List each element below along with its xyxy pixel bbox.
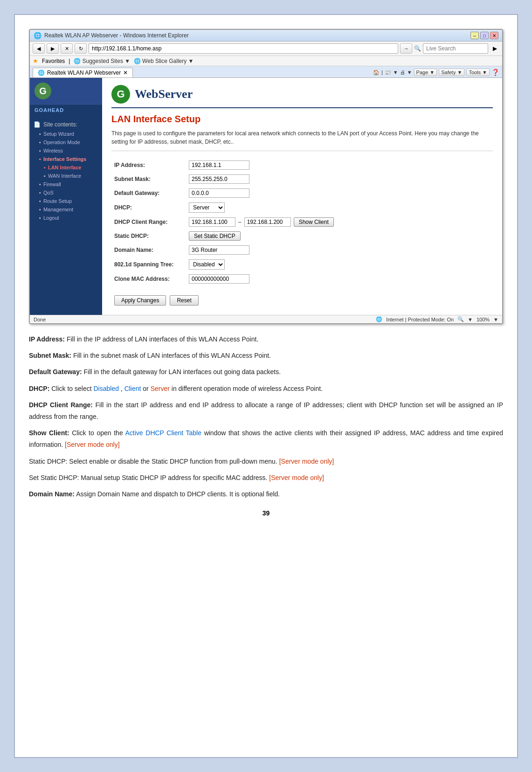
static-dhcp-row: Static DHCP: Set Static DHCP <box>111 229 493 243</box>
sidebar-item-route-setup[interactable]: ▪ Route Setup <box>30 197 102 205</box>
feed-icon[interactable]: 📰 <box>385 70 391 76</box>
management-label: Management <box>43 207 73 212</box>
action-buttons: Apply Changes Reset <box>111 293 493 308</box>
minimize-button[interactable]: – <box>470 32 479 39</box>
subnet-mask-desc-text: Fill in the subnet mask of LAN interface… <box>73 352 271 359</box>
toolbar-divider: | <box>381 70 383 75</box>
dhcp-range-end-input[interactable] <box>244 217 291 227</box>
qos-icon: ▪ <box>39 190 41 195</box>
default-gateway-input[interactable] <box>189 188 249 198</box>
domain-name-label: Domain Name: <box>111 243 186 257</box>
sidebar-item-management[interactable]: ▪ Management <box>30 205 102 214</box>
tools-menu-label: Tools ▼ <box>469 70 487 75</box>
safety-menu-button[interactable]: Safety ▼ <box>439 69 464 76</box>
route-setup-icon: ▪ <box>39 198 41 204</box>
suggested-sites-icon: 🌐 <box>74 58 81 64</box>
subnet-mask-label: Subnet Mask: <box>111 172 186 186</box>
subnet-mask-paragraph: Subnet Mask: Fill in the subnet mask of … <box>29 350 503 362</box>
dhcp-or-text: or <box>143 385 150 392</box>
forward-button[interactable]: ▶ <box>47 43 59 54</box>
domain-name-input[interactable] <box>189 245 249 255</box>
sidebar-item-firewall[interactable]: ▪ Firewall <box>30 180 102 188</box>
sidebar-item-operation-mode[interactable]: ▪ Operation Mode <box>30 138 102 146</box>
static-dhcp-plain-text: Static DHCP: Select enable or disable th… <box>29 458 277 465</box>
browser-tabbar: 🌐 Realtek WLAN AP Webserver ✕ 🏠 | 📰 ▼ 🖨 … <box>30 66 502 78</box>
tools-menu-button[interactable]: Tools ▼ <box>466 69 490 76</box>
page-menu-button[interactable]: Page ▼ <box>414 69 437 76</box>
zoom-icon: 🔍 <box>457 316 464 322</box>
toolbar-dropdown-1[interactable]: ▼ <box>393 70 398 75</box>
refresh-button[interactable]: ↻ <box>75 43 87 54</box>
apply-changes-button[interactable]: Apply Changes <box>114 295 166 306</box>
site-contents-label: Site contents: <box>43 121 77 128</box>
sidebar-logo: G <box>30 78 102 104</box>
dhcp-text-before: Click to select <box>51 385 93 392</box>
sidebar-item-lan-interface[interactable]: ▪ LAN Interface <box>30 163 102 172</box>
close-button[interactable]: ✕ <box>490 32 498 39</box>
browser-title-area: 🌐 Realtek WLAN AP Webserver - Windows In… <box>34 32 189 39</box>
search-area: 🔍 ▶ <box>414 43 499 54</box>
firewall-label: Firewall <box>43 181 61 187</box>
protected-mode-text: Internet | Protected Mode: On <box>386 317 454 322</box>
site-contents-icon: 📄 <box>34 121 41 128</box>
zoom-dropdown[interactable]: ▼ <box>493 317 498 322</box>
safety-menu-label: Safety ▼ <box>441 70 462 75</box>
help-icon[interactable]: ❓ <box>491 69 499 76</box>
back-button[interactable]: ◀ <box>33 43 45 54</box>
subnet-mask-input[interactable] <box>189 174 249 184</box>
domain-name-row: Domain Name: <box>111 243 493 257</box>
setup-wizard-icon: ▪ <box>39 131 41 137</box>
subnet-mask-bold-term: Subnet Mask: <box>29 352 71 359</box>
logo-icon: G <box>35 83 51 99</box>
web-slice-gallery-link[interactable]: 🌐 Web Slice Gallery ▼ <box>134 58 193 64</box>
interface-settings-label: Interface Settings <box>43 156 86 162</box>
show-client-button[interactable]: Show Client <box>294 217 334 227</box>
lan-interface-label: LAN Interface <box>48 165 82 170</box>
maximize-button[interactable]: □ <box>480 32 489 39</box>
interface-settings-icon: ▪ <box>39 156 41 162</box>
setup-wizard-label: Setup Wizard <box>43 131 74 137</box>
sidebar-item-wan-interface[interactable]: ▪ WAN Interface <box>30 172 102 180</box>
spanning-tree-select[interactable]: Disabled Enabled <box>189 259 225 270</box>
show-client-text-before: Click to open the <box>72 429 125 437</box>
tab-close-icon[interactable]: ✕ <box>123 70 128 76</box>
spanning-tree-row: 802.1d Spanning Tree: Disabled Enabled <box>111 257 493 272</box>
print-icon[interactable]: 🖨 <box>400 70 405 75</box>
suggested-sites-link[interactable]: 🌐 Suggested Sites ▼ <box>74 58 130 64</box>
set-static-dhcp-button[interactable]: Set Static DHCP <box>189 231 241 241</box>
wireless-icon: ▪ <box>39 148 41 153</box>
ip-address-paragraph: IP Address: Fill in the IP address of LA… <box>29 334 503 345</box>
wireless-label: Wireless <box>43 148 63 153</box>
ip-address-bold-term: IP Address: <box>29 335 65 343</box>
sidebar-item-setup-wizard[interactable]: ▪ Setup Wizard <box>30 130 102 138</box>
wan-interface-icon: ▪ <box>44 173 46 179</box>
home-icon[interactable]: 🏠 <box>373 70 380 76</box>
domain-name-bold-term: Domain Name: <box>29 490 75 498</box>
default-gateway-label: Default Gateway: <box>111 186 186 200</box>
dhcp-select[interactable]: Server Client Disabled <box>189 202 225 213</box>
sidebar-item-wireless[interactable]: ▪ Wireless <box>30 146 102 155</box>
sidebar-item-qos[interactable]: ▪ QoS <box>30 188 102 197</box>
active-tab[interactable]: 🌐 Realtek WLAN AP Webserver ✕ <box>33 68 133 77</box>
page-container: 🌐 Realtek WLAN AP Webserver - Windows In… <box>14 14 518 758</box>
sidebar-item-logout[interactable]: ▪ Logout <box>30 214 102 222</box>
active-dhcp-table-link: Active DHCP Client Table <box>125 429 201 437</box>
ip-address-input[interactable] <box>189 160 249 170</box>
search-input[interactable] <box>423 43 488 54</box>
address-bar[interactable] <box>89 43 398 54</box>
go-button[interactable]: → <box>400 43 412 54</box>
toolbar-dropdown-2[interactable]: ▼ <box>407 70 412 75</box>
search-submit-button[interactable]: ▶ <box>490 43 499 54</box>
sidebar-item-interface-settings[interactable]: ▪ Interface Settings <box>30 155 102 163</box>
stop-button[interactable]: ✕ <box>61 43 73 54</box>
show-client-bold-term: Show Client: <box>29 429 69 437</box>
dhcp-server-link: Server <box>151 385 170 392</box>
dhcp-range-start-input[interactable] <box>189 217 235 227</box>
web-slice-icon: 🌐 <box>134 58 141 64</box>
clone-mac-input[interactable] <box>189 274 249 284</box>
dhcp-comma: , <box>121 385 124 392</box>
reset-button[interactable]: Reset <box>170 295 198 306</box>
dhcp-range-container: – Show Client <box>189 217 490 227</box>
tab-toolbar-right: 🏠 | 📰 ▼ 🖨 ▼ Page ▼ Safety ▼ Tools ▼ ❓ <box>373 69 499 77</box>
browser-toolbar: ◀ ▶ ✕ ↻ → 🔍 ▶ <box>30 42 502 56</box>
